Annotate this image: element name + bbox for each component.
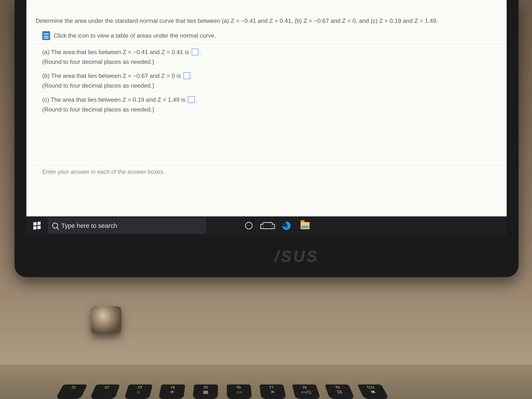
part-b-text: The area that lies between Z = −0.67 and…: [51, 72, 181, 79]
answer-input-c[interactable]: [188, 96, 195, 103]
browser-chrome-spacer: [26, 0, 507, 13]
windows-logo-icon: [33, 222, 41, 230]
question-panel: Determine the area under the standard no…: [26, 0, 507, 216]
normal-table-link[interactable]: Click the icon to view a table of areas …: [26, 28, 507, 44]
key-f3: f3☼: [124, 385, 153, 399]
task-view-icon: [263, 222, 272, 229]
answer-input-b[interactable]: [184, 72, 190, 79]
period: .: [191, 72, 193, 79]
question-prompt: Determine the area under the standard no…: [26, 13, 507, 28]
part-a-text: The area that lies between Z = −0.41 and…: [51, 49, 189, 55]
whitespace: [26, 115, 507, 165]
laptop-bezel: Determine the area under the standard no…: [14, 0, 519, 277]
edge-icon: [282, 222, 291, 230]
start-button[interactable]: [29, 218, 45, 234]
key-f9: f9☒: [325, 385, 355, 399]
footer-instruction: Enter your answer in each of the answer …: [26, 165, 507, 178]
key-f1: f1: [55, 385, 87, 399]
windows-taskbar: Type here to search: [26, 216, 507, 235]
cortana-button[interactable]: [241, 218, 257, 234]
footer-instruction-text: Enter your answer in each of the answer …: [42, 169, 165, 175]
search-icon: [52, 223, 58, 228]
key-f7: f7✕: [260, 385, 286, 399]
period: .: [195, 96, 197, 103]
screen: Determine the area under the standard no…: [26, 0, 507, 235]
part-a-round: (Round to four decimal places as needed.…: [42, 57, 497, 66]
search-placeholder: Type here to search: [61, 222, 117, 229]
prompt-text: Determine the area under the standard no…: [36, 17, 438, 24]
file-explorer-button[interactable]: [297, 218, 313, 234]
part-b: (b) The area that lies between Z = −0.67…: [26, 67, 507, 91]
key-f6: f6▭: [227, 385, 252, 399]
taskbar-search[interactable]: Type here to search: [48, 218, 206, 234]
folder-icon: [301, 222, 310, 229]
keyboard-deck: f1 f2 f3☼ f4☀ f5▦ f6▭ f7✕ f8▭/▯ f9☒ f10✖: [0, 365, 532, 399]
part-b-round: (Round to four decimal places as needed.…: [42, 81, 497, 90]
key-f8: f8▭/▯: [292, 385, 321, 399]
part-a: (a) The area that lies between Z = −0.41…: [26, 44, 507, 68]
edge-browser-button[interactable]: [279, 218, 294, 234]
key-f2: f2: [90, 385, 120, 399]
part-c-round: (Round to four decimal places as needed.…: [42, 105, 497, 114]
answer-input-a[interactable]: [192, 49, 198, 55]
part-c: (c) The area that lies between Z = 0.19 …: [26, 91, 507, 115]
period: .: [199, 49, 201, 55]
key-f10: f10✖: [357, 385, 389, 399]
key-f5: f5▦: [193, 385, 218, 399]
laptop-brand-label: /SUS: [275, 247, 319, 265]
function-key-row: f1 f2 f3☼ f4☀ f5▦ f6▭ f7✕ f8▭/▯ f9☒ f10✖: [55, 385, 389, 399]
key-f4: f4☀: [158, 385, 185, 399]
part-b-label: (b): [42, 72, 50, 79]
cortana-icon: [245, 222, 253, 229]
part-a-label: (a): [42, 49, 50, 55]
part-c-text: The area that lies between Z = 0.19 and …: [51, 96, 185, 103]
part-c-label: (c): [42, 96, 49, 103]
normal-table-link-text: Click the icon to view a table of areas …: [54, 32, 216, 39]
task-view-button[interactable]: [260, 218, 276, 234]
laptop-hinge: [91, 306, 121, 334]
document-icon: [42, 31, 50, 40]
